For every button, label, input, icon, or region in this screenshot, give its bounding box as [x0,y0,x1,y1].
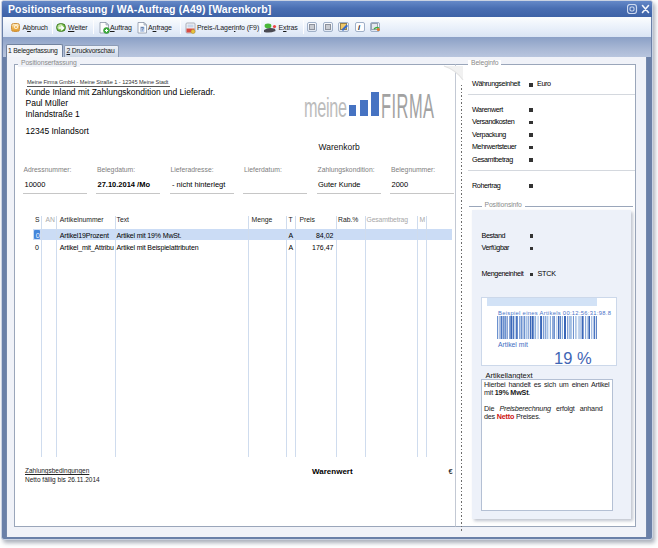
svg-text:?: ? [140,26,143,32]
